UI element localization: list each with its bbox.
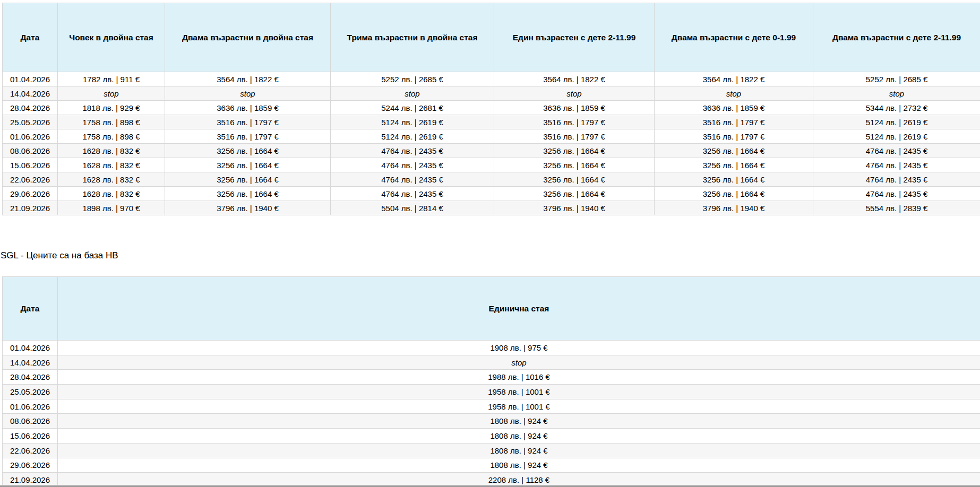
price-cell: 5124 лв. | 2619 € bbox=[813, 115, 980, 129]
price-cell: 3516 лв. | 1797 € bbox=[494, 115, 655, 129]
date-cell: 15.06.2026 bbox=[3, 158, 58, 172]
price-cell: 1958 лв. | 1001 € bbox=[58, 399, 980, 414]
table-row: 01.04.20261908 лв. | 975 € bbox=[3, 341, 980, 355]
price-cell: 3796 лв. | 1940 € bbox=[655, 201, 813, 215]
price-cell: 1818 лв. | 929 € bbox=[58, 101, 165, 115]
price-cell: 3516 лв. | 1797 € bbox=[655, 129, 813, 144]
price-cell: 3256 лв. | 1664 € bbox=[494, 187, 655, 201]
date-cell: 22.06.2026 bbox=[3, 172, 58, 187]
table-row: 22.06.20261808 лв. | 924 € bbox=[3, 443, 980, 458]
date-cell: 14.04.2026 bbox=[3, 86, 58, 101]
date-cell: 21.09.2026 bbox=[3, 201, 58, 215]
column-header-date: Дата bbox=[3, 3, 58, 72]
date-cell: 28.04.2026 bbox=[3, 101, 58, 115]
date-cell: 22.06.2026 bbox=[3, 443, 58, 458]
price-cell: 4764 лв. | 2435 € bbox=[331, 144, 494, 158]
table-row: 25.05.20261958 лв. | 1001 € bbox=[3, 385, 980, 399]
price-cell: 3256 лв. | 1664 € bbox=[165, 172, 331, 187]
price-cell: 3796 лв. | 1940 € bbox=[494, 201, 655, 215]
double-room-price-table: Дата Човек в двойна стая Двама възрастни… bbox=[2, 3, 980, 215]
column-header-one-adult-child: Един възрастен с дете 2-11.99 bbox=[494, 3, 655, 72]
column-header-single-room: Единична стая bbox=[58, 277, 980, 341]
price-cell: 4764 лв. | 2435 € bbox=[331, 158, 494, 172]
date-cell: 25.05.2026 bbox=[3, 385, 58, 399]
table-row: 01.06.20261758 лв. | 898 €3516 лв. | 179… bbox=[3, 129, 980, 144]
table-row: 15.06.20261628 лв. | 832 €3256 лв. | 166… bbox=[3, 158, 980, 172]
price-cell: 5244 лв. | 2681 € bbox=[331, 101, 494, 115]
price-cell: 5252 лв. | 2685 € bbox=[331, 72, 494, 86]
table-row: 14.04.2026stop bbox=[3, 355, 980, 370]
bottom-edge-line bbox=[0, 485, 980, 487]
price-cell: 1628 лв. | 832 € bbox=[58, 187, 165, 201]
price-cell: 3256 лв. | 1664 € bbox=[655, 144, 813, 158]
table-row: 08.06.20261808 лв. | 924 € bbox=[3, 414, 980, 429]
date-cell: 29.06.2026 bbox=[3, 187, 58, 201]
price-cell: 3516 лв. | 1797 € bbox=[655, 115, 813, 129]
price-cell: 3564 лв. | 1822 € bbox=[165, 72, 331, 86]
price-cell: 3564 лв. | 1822 € bbox=[655, 72, 813, 86]
price-cell: 1808 лв. | 924 € bbox=[58, 414, 980, 429]
price-cell: 4764 лв. | 2435 € bbox=[813, 158, 980, 172]
price-cell: 1808 лв. | 924 € bbox=[58, 429, 980, 443]
price-cell: 3516 лв. | 1797 € bbox=[494, 129, 655, 144]
price-cell: 3636 лв. | 1859 € bbox=[655, 101, 813, 115]
price-cell: 1782 лв. | 911 € bbox=[58, 72, 165, 86]
column-header-three-adults-double: Трима възрастни в двойна стая bbox=[331, 3, 494, 72]
price-cell: 3516 лв. | 1797 € bbox=[165, 129, 331, 144]
stop-cell: stop bbox=[813, 86, 980, 101]
price-cell: 3256 лв. | 1664 € bbox=[494, 158, 655, 172]
column-header-person-double: Човек в двойна стая bbox=[58, 3, 165, 72]
price-cell: 1808 лв. | 924 € bbox=[58, 443, 980, 458]
price-cell: 3256 лв. | 1664 € bbox=[655, 172, 813, 187]
price-cell: 3256 лв. | 1664 € bbox=[165, 187, 331, 201]
column-header-two-adults-double: Двама възрастни в двойна стая bbox=[165, 3, 331, 72]
stop-cell: stop bbox=[494, 86, 655, 101]
header-row: Дата Човек в двойна стая Двама възрастни… bbox=[3, 3, 980, 72]
price-cell: 5124 лв. | 2619 € bbox=[813, 129, 980, 144]
date-cell: 28.04.2026 bbox=[3, 370, 58, 385]
price-cell: 1628 лв. | 832 € bbox=[58, 172, 165, 187]
table-row: 29.06.20261808 лв. | 924 € bbox=[3, 458, 980, 473]
price-cell: 1808 лв. | 924 € bbox=[58, 458, 980, 473]
price-cell: 4764 лв. | 2435 € bbox=[813, 187, 980, 201]
price-cell: 5504 лв. | 2814 € bbox=[331, 201, 494, 215]
stop-cell: stop bbox=[331, 86, 494, 101]
price-cell: 1628 лв. | 832 € bbox=[58, 158, 165, 172]
column-header-date: Дата bbox=[3, 277, 58, 341]
price-cell: 1758 лв. | 898 € bbox=[58, 115, 165, 129]
price-cell: 4764 лв. | 2435 € bbox=[331, 172, 494, 187]
table-row: 29.06.20261628 лв. | 832 €3256 лв. | 166… bbox=[3, 187, 980, 201]
price-cell: 1758 лв. | 898 € bbox=[58, 129, 165, 144]
column-header-two-adults-infant: Двама възрастни с дете 0-1.99 bbox=[655, 3, 813, 72]
stop-cell: stop bbox=[58, 355, 980, 370]
price-cell: 3256 лв. | 1664 € bbox=[655, 187, 813, 201]
table-row: 15.06.20261808 лв. | 924 € bbox=[3, 429, 980, 443]
price-cell: 3256 лв. | 1664 € bbox=[655, 158, 813, 172]
date-cell: 01.06.2026 bbox=[3, 399, 58, 414]
stop-cell: stop bbox=[165, 86, 331, 101]
date-cell: 01.04.2026 bbox=[3, 72, 58, 86]
date-cell: 14.04.2026 bbox=[3, 355, 58, 370]
date-cell: 01.06.2026 bbox=[3, 129, 58, 144]
price-cell: 3636 лв. | 1859 € bbox=[165, 101, 331, 115]
price-cell: 4764 лв. | 2435 € bbox=[813, 172, 980, 187]
table-row: 01.06.20261958 лв. | 1001 € bbox=[3, 399, 980, 414]
price-cell: 5124 лв. | 2619 € bbox=[331, 129, 494, 144]
price-cell: 3256 лв. | 1664 € bbox=[165, 158, 331, 172]
price-cell: 3564 лв. | 1822 € bbox=[494, 72, 655, 86]
price-cell: 5124 лв. | 2619 € bbox=[331, 115, 494, 129]
date-cell: 08.06.2026 bbox=[3, 414, 58, 429]
stop-cell: stop bbox=[58, 86, 165, 101]
table-row: 21.09.20261898 лв. | 970 €3796 лв. | 194… bbox=[3, 201, 980, 215]
price-cell: 4764 лв. | 2435 € bbox=[813, 144, 980, 158]
price-cell: 5554 лв. | 2839 € bbox=[813, 201, 980, 215]
price-cell: 4764 лв. | 2435 € bbox=[331, 187, 494, 201]
date-cell: 25.05.2026 bbox=[3, 115, 58, 129]
date-cell: 08.06.2026 bbox=[3, 144, 58, 158]
price-cell: 1988 лв. | 1016 € bbox=[58, 370, 980, 385]
price-cell: 3796 лв. | 1940 € bbox=[165, 201, 331, 215]
table-row: 28.04.20261988 лв. | 1016 € bbox=[3, 370, 980, 385]
price-cell: 1908 лв. | 975 € bbox=[58, 341, 980, 355]
sgl-note: SGL - Цените са на база НВ bbox=[1, 250, 118, 261]
single-room-price-table: Дата Единична стая 01.04.20261908 лв. | … bbox=[2, 276, 980, 487]
